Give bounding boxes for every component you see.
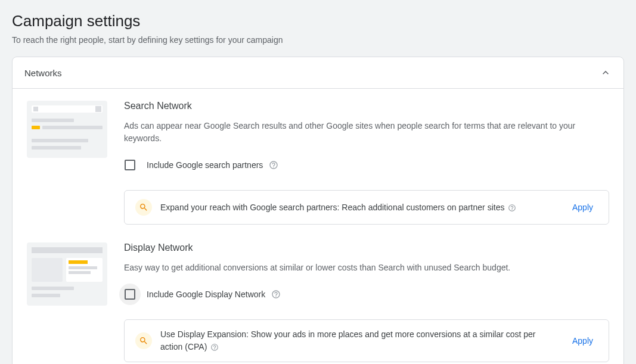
card-header[interactable]: Networks bbox=[13, 57, 623, 89]
card-title: Networks bbox=[24, 68, 62, 78]
display-network-label: Include Google Display Network bbox=[147, 290, 265, 299]
help-icon[interactable] bbox=[210, 343, 219, 351]
search-partners-checkbox[interactable] bbox=[125, 160, 135, 170]
display-apply-button[interactable]: Apply bbox=[567, 332, 598, 349]
callout-bold: Use Display Expansion: bbox=[160, 329, 249, 339]
search-network-title: Search Network bbox=[124, 101, 609, 111]
callout-body: Reach additional customers on partner si… bbox=[339, 203, 507, 212]
search-network-section: Search Network Ads can appear near Googl… bbox=[13, 101, 623, 225]
search-icon bbox=[139, 203, 148, 212]
callout-icon-wrap bbox=[135, 199, 152, 216]
search-icon bbox=[139, 336, 148, 346]
search-apply-button[interactable]: Apply bbox=[567, 199, 598, 216]
display-checkbox-row: Include Google Display Network bbox=[124, 284, 609, 305]
display-network-description: Easy way to get additional conversions a… bbox=[124, 262, 609, 274]
display-callout-text: Use Display Expansion: Show your ads in … bbox=[160, 328, 559, 353]
search-network-thumbnail bbox=[27, 101, 107, 225]
chevron-up-icon bbox=[600, 67, 612, 79]
checkbox-container bbox=[119, 284, 141, 305]
help-icon[interactable] bbox=[271, 290, 281, 299]
help-icon[interactable] bbox=[508, 204, 516, 212]
search-partners-label: Include Google search partners bbox=[147, 160, 263, 170]
page-title: Campaign settings bbox=[12, 12, 624, 30]
callout-bold: Expand your reach with Google search par… bbox=[160, 203, 339, 212]
help-icon[interactable] bbox=[269, 160, 278, 170]
page-subtitle: To reach the right people, start by defi… bbox=[12, 35, 624, 45]
search-network-content: Search Network Ads can appear near Googl… bbox=[124, 101, 609, 225]
display-network-content: Display Network Easy way to get addition… bbox=[124, 242, 609, 362]
callout-icon-wrap bbox=[135, 332, 152, 349]
display-network-section: Display Network Easy way to get addition… bbox=[13, 242, 623, 362]
checkbox-container bbox=[119, 154, 141, 176]
card-body: Search Network Ads can appear near Googl… bbox=[13, 89, 623, 364]
search-callout-text: Expand your reach with Google search par… bbox=[160, 201, 559, 214]
networks-card: Networks Search Network bbox=[12, 57, 624, 364]
search-partners-checkbox-row: Include Google search partners bbox=[124, 154, 609, 176]
search-partners-callout: Expand your reach with Google search par… bbox=[124, 190, 609, 225]
display-expansion-callout: Use Display Expansion: Show your ads in … bbox=[124, 319, 609, 362]
search-network-description: Ads can appear near Google Search result… bbox=[124, 120, 609, 145]
display-network-checkbox[interactable] bbox=[125, 289, 135, 300]
display-network-thumbnail bbox=[27, 242, 107, 362]
display-network-title: Display Network bbox=[124, 242, 609, 253]
